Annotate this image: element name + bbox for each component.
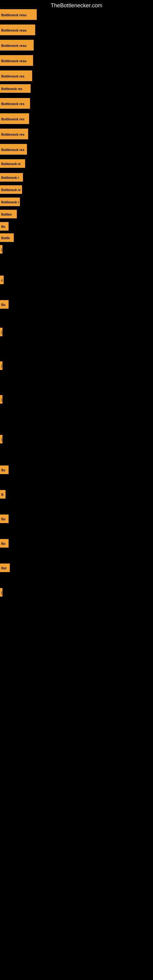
- bar-label-14: Bottleneck r: [0, 197, 20, 206]
- bar-label-18: |: [0, 245, 2, 254]
- bar-item-11: Bottleneck re: [0, 159, 25, 168]
- bar-item-21: |: [0, 328, 2, 336]
- bar-label-22: |: [0, 361, 2, 370]
- bar-label-3: Bottleneck resu: [0, 40, 33, 51]
- bar-label-10: Bottleneck res: [0, 144, 27, 155]
- bar-label-5: Bottleneck res: [0, 70, 32, 81]
- bar-label-20: Bo: [0, 300, 9, 309]
- bar-item-16: Bo: [0, 222, 9, 231]
- bar-label-26: B: [0, 490, 5, 499]
- bar-label-25: Bo: [0, 466, 9, 474]
- bar-item-5: Bottleneck res: [0, 70, 32, 81]
- bar-label-12: Bottleneck r: [0, 173, 23, 181]
- bar-label-2: Bottleneck resu: [0, 24, 35, 35]
- bar-label-29: Bot: [0, 563, 10, 572]
- bar-item-6: Bottleneck res: [0, 84, 30, 93]
- bar-item-17: Bottle: [0, 233, 14, 242]
- bar-item-27: Bo: [0, 514, 9, 523]
- bar-item-28: Bo: [0, 539, 9, 547]
- bar-label-23: |: [0, 395, 2, 404]
- bar-item-7: Bottleneck res: [0, 98, 30, 109]
- bar-item-3: Bottleneck resu: [0, 40, 33, 51]
- bar-item-1: Bottleneck resu: [0, 9, 37, 20]
- bar-label-30: |: [0, 588, 2, 597]
- bar-label-21: |: [0, 328, 2, 336]
- bar-item-24: |: [0, 435, 2, 444]
- bar-item-8: Bottleneck res: [0, 113, 29, 124]
- bar-item-19: c: [0, 275, 4, 284]
- bar-item-14: Bottleneck r: [0, 197, 20, 206]
- bar-item-13: Bottleneck re: [0, 185, 22, 194]
- bar-label-17: Bottle: [0, 233, 14, 242]
- bar-item-30: |: [0, 588, 2, 597]
- bar-label-28: Bo: [0, 539, 9, 547]
- bar-label-6: Bottleneck res: [0, 84, 30, 93]
- bar-item-25: Bo: [0, 466, 9, 474]
- bar-item-10: Bottleneck res: [0, 144, 27, 155]
- bar-item-12: Bottleneck r: [0, 173, 23, 181]
- bar-label-4: Bottleneck resu: [0, 55, 33, 66]
- bar-label-24: |: [0, 435, 2, 444]
- bar-item-15: Bottlen: [0, 210, 17, 218]
- bar-label-15: Bottlen: [0, 210, 17, 218]
- bar-item-20: Bo: [0, 300, 9, 309]
- bar-item-29: Bot: [0, 563, 10, 572]
- bar-label-8: Bottleneck res: [0, 113, 29, 124]
- bar-label-11: Bottleneck re: [0, 159, 25, 168]
- bar-item-26: B: [0, 490, 5, 499]
- bar-item-4: Bottleneck resu: [0, 55, 33, 66]
- bar-label-1: Bottleneck resu: [0, 9, 37, 20]
- bar-label-13: Bottleneck re: [0, 185, 22, 194]
- bar-item-23: |: [0, 395, 2, 404]
- bar-label-27: Bo: [0, 514, 9, 523]
- bar-item-22: |: [0, 361, 2, 370]
- bar-label-9: Bottleneck res: [0, 129, 28, 139]
- bar-label-16: Bo: [0, 222, 9, 231]
- bar-item-9: Bottleneck res: [0, 129, 28, 139]
- bar-label-7: Bottleneck res: [0, 98, 30, 109]
- bar-item-18: |: [0, 245, 2, 254]
- bar-item-2: Bottleneck resu: [0, 24, 35, 35]
- bar-label-19: c: [0, 275, 4, 284]
